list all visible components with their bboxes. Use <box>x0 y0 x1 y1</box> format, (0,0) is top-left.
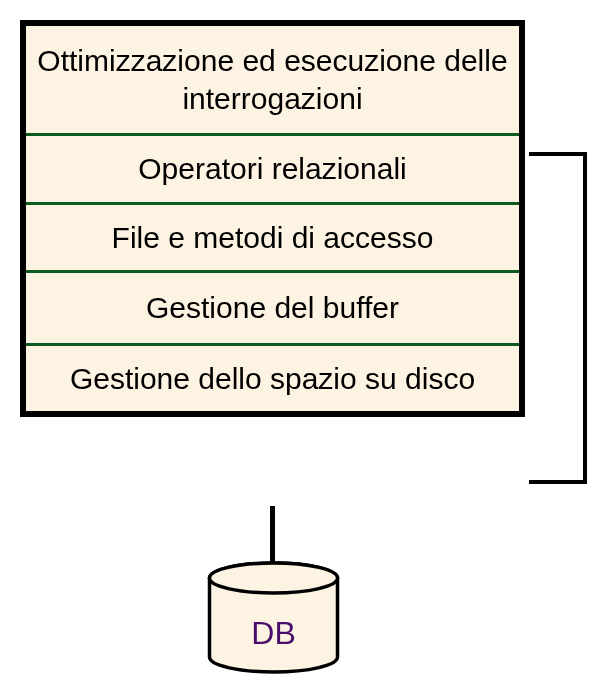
bracket-icon <box>525 148 605 488</box>
layer-query-optimization: Ottimizzazione ed esecuzione delle inter… <box>26 26 519 133</box>
database-cylinder: DB <box>206 560 341 675</box>
database-label: DB <box>206 615 341 652</box>
svg-point-1 <box>210 563 338 593</box>
architecture-stack: Ottimizzazione ed esecuzione delle inter… <box>20 20 525 417</box>
layer-file-access-methods: File e metodi di accesso <box>26 205 519 271</box>
layer-disk-space-management: Gestione dello spazio su disco <box>26 346 519 412</box>
layer-buffer-management: Gestione del buffer <box>26 273 519 343</box>
connector-line <box>270 506 275 564</box>
layer-relational-operators: Operatori relazionali <box>26 136 519 202</box>
